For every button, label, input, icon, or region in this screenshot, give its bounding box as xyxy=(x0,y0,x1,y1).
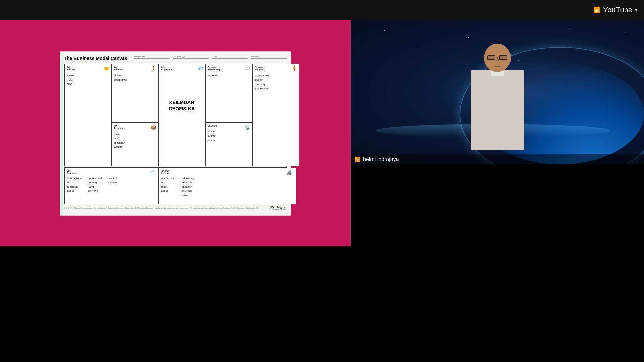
revenue-streams-cell: RevenueStreams membership PIT paper kurs… xyxy=(158,168,296,204)
key-resources-item-1: waktu xyxy=(114,132,156,137)
key-activities-icon: 🏃 xyxy=(151,66,156,71)
canvas-footer: © © © © © This work is licensed under th… xyxy=(64,206,287,211)
key-resources-item-3: pemikiran xyxy=(114,141,156,145)
cost-structure-icon: 📄 xyxy=(149,170,155,175)
key-resources-label: KeyResources xyxy=(114,125,156,130)
channels-item-1: online xyxy=(208,130,250,134)
key-partners-cell: KeyPartners 🤝 EAGE HMGI SEGJ xyxy=(64,64,111,166)
revenue-streams-col1: membership PIT paper kursus xyxy=(161,176,175,198)
channels-cell: Channels 📡 online events journal xyxy=(205,123,252,166)
customer-segments-cell: CustomerSegments 🧍 professional student … xyxy=(252,64,299,166)
key-activities-content: Aktifitassetiap divisi xyxy=(114,74,156,82)
customer-segments-item-3: company xyxy=(255,82,297,87)
cost-structure-col3: student Komwil xyxy=(108,176,117,193)
revenue-streams-col2: e-learning sertifikasi sponsor souvenir … xyxy=(182,176,194,198)
star-2 xyxy=(418,47,418,47)
presenter-figure xyxy=(464,44,531,164)
cost-structure-content: daily activity PIT beasiswa kursus opera… xyxy=(67,176,156,193)
key-partners-item-1: EAGE xyxy=(67,74,109,78)
signal-bars-icon: 📶 xyxy=(355,157,360,162)
channels-item-2: events xyxy=(208,134,250,138)
key-resources-item-2: uang xyxy=(114,137,156,141)
strategyzer-website: strategyzer.com xyxy=(270,209,287,211)
customer-segments-icon: 🧍 xyxy=(291,66,297,71)
key-activities-label: KeyActivities xyxy=(114,66,156,71)
revenue-streams-icon: 🖨️ xyxy=(286,170,292,175)
cost-structure-cell: CostStructure daily activity PIT beasisw… xyxy=(64,168,158,204)
customer-segments-content: professional student company government xyxy=(255,74,297,91)
customer-segments-label: CustomerSegments xyxy=(255,66,297,71)
canvas-meta: Designed for: Designed by: Date: Version… xyxy=(134,56,287,59)
key-partners-icon: 🤝 xyxy=(104,66,109,71)
designed-by-field: Designed by: xyxy=(173,56,209,59)
person-head xyxy=(484,44,511,72)
customer-segments-item-4: government xyxy=(255,86,297,91)
customer-segments-item-2: student xyxy=(255,78,297,82)
cost-structure-col2: operasional gedung kartu souvenir xyxy=(88,176,102,193)
value-proposition-label: ValueProposition xyxy=(161,66,203,71)
footer-copyright: © © © © © This work is licensed under th… xyxy=(64,207,259,209)
star-3 xyxy=(468,37,469,38)
strategyzer-logo: ⊕Strategyzer xyxy=(270,206,287,209)
presenter-name: helmi indrajaya xyxy=(363,156,399,162)
glasses-left xyxy=(487,55,495,60)
signal-icon: 📶 xyxy=(593,6,601,14)
revenue-streams-content: membership PIT paper kursus e-learning s… xyxy=(161,176,293,198)
below-presentation-area xyxy=(0,246,351,362)
star-7 xyxy=(626,34,626,34)
star-1 xyxy=(384,30,385,31)
webcam-name-bar: 📶 helmi indrajaya xyxy=(351,154,644,164)
customer-relationships-icon: ♡ xyxy=(246,66,250,71)
channels-item-3: journal xyxy=(208,138,250,143)
version-field: Version: xyxy=(251,56,286,59)
key-resources-item-4: fasilitas xyxy=(114,145,156,149)
customer-relationships-cell: CustomerRelationships ♡ discount xyxy=(205,64,252,123)
value-proposition-text: KEILMUAN GEOFISIKA xyxy=(161,99,203,111)
key-activities-cell: KeyActivities 🏃 Aktifitassetiap divisi xyxy=(111,64,158,123)
value-proposition-center: KEILMUAN GEOFISIKA xyxy=(161,71,203,140)
channels-content: online events journal xyxy=(208,130,250,142)
webcam-panel: 📶 helmi indrajaya xyxy=(351,20,644,164)
space-background: 📶 helmi indrajaya xyxy=(351,20,644,164)
canvas-title: The Business Model Canvas xyxy=(64,56,127,61)
canvas-bottom: CostStructure daily activity PIT beasisw… xyxy=(64,168,287,204)
person-nose xyxy=(496,59,499,61)
youtube-label: YouTube xyxy=(603,6,632,14)
designed-for-field: Designed for: xyxy=(134,56,170,59)
customer-segments-item-1: professional xyxy=(255,74,297,78)
customer-relationships-label: CustomerRelationships xyxy=(208,66,250,71)
key-resources-cell: KeyResources 📦 waktu uang pemikiran fasi… xyxy=(111,123,158,166)
key-partners-content: EAGE HMGI SEGJ xyxy=(67,74,109,86)
canvas-title-row: The Business Model Canvas Designed for: … xyxy=(64,56,287,61)
top-bar: 📶 YouTube ▾ xyxy=(0,0,644,20)
right-black-area xyxy=(351,164,644,362)
customer-relationships-item-1: discount xyxy=(208,74,250,78)
customer-relationships-content: discount xyxy=(208,74,250,78)
date-field: Date: xyxy=(212,56,248,59)
key-partners-item-2: HMGI xyxy=(67,78,109,82)
person-body xyxy=(471,70,524,150)
revenue-streams-label: RevenueStreams xyxy=(161,170,293,175)
value-proposition-cell: ValueProposition 💎 KEILMUAN GEOFISIKA xyxy=(158,64,205,166)
channels-label: Channels xyxy=(208,125,250,127)
channels-icon: 📡 xyxy=(245,125,250,130)
chevron-down-icon: ▾ xyxy=(635,7,637,13)
cost-structure-label: CostStructure xyxy=(67,170,156,175)
glasses-right xyxy=(499,55,507,60)
cost-structure-col1: daily activity PIT beasiswa kursus xyxy=(67,176,81,193)
youtube-badge[interactable]: 📶 YouTube ▾ xyxy=(593,6,637,14)
person-mouth xyxy=(494,66,501,67)
key-resources-icon: 📦 xyxy=(151,125,156,130)
strategyzer-branding: ⊕Strategyzer strategyzer.com xyxy=(270,206,287,211)
key-partners-item-3: SEGJ xyxy=(67,82,109,87)
key-partners-label: KeyPartners xyxy=(67,66,109,71)
presentation-area: The Business Model Canvas Designed for: … xyxy=(0,20,351,246)
key-activities-item-1: Aktifitassetiap divisi xyxy=(114,74,156,82)
star-5 xyxy=(569,27,569,27)
value-proposition-icon: 💎 xyxy=(198,66,203,71)
canvas-document: The Business Model Canvas Designed for: … xyxy=(60,51,291,216)
canvas-grid: KeyPartners 🤝 EAGE HMGI SEGJ KeyActiviti… xyxy=(64,64,287,168)
key-resources-content: waktu uang pemikiran fasilitas xyxy=(114,132,156,149)
